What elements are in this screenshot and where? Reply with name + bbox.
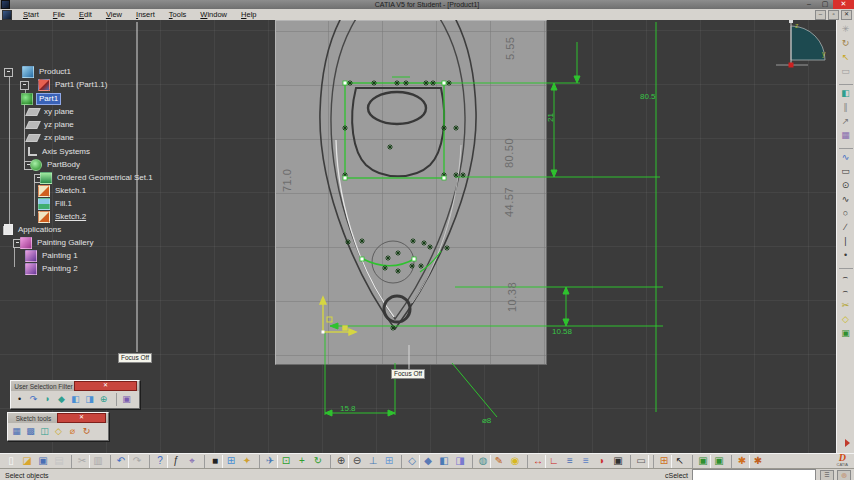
expand-toggle[interactable] [4,68,13,77]
sketch-tools-star-icon[interactable]: ✳ [839,23,853,37]
dimension-label[interactable]: 44.57 [503,187,515,217]
constraint-tool-icon[interactable]: ◇ [839,313,853,327]
apply-material-icon[interactable]: ◍ [472,455,491,468]
point-tool-icon[interactable]: • [839,249,853,263]
mdi-minimize-button[interactable]: – [815,10,826,20]
dimension-label[interactable]: 10.58 [552,327,572,336]
fly-mode-icon[interactable]: ✈ [259,455,278,468]
zoom-in-icon[interactable]: ⊕ [330,455,349,468]
grid-icon[interactable]: ⊞ [653,455,672,468]
undo-icon[interactable]: ↶ [110,455,129,468]
attach-clip-icon[interactable]: ∥ [839,101,853,115]
tool-orange-2-icon[interactable]: ✱ [750,455,766,468]
trim-tool-icon[interactable]: ✂ [839,299,853,313]
tree-item-partbody[interactable]: PartBody [30,159,82,170]
knowledge-palette-icon[interactable]: ■ [204,455,223,468]
print-icon[interactable]: ▤ [51,455,67,468]
open-folder-icon[interactable]: ◪ [19,455,35,468]
paint-icon[interactable]: ✎ [491,455,507,468]
multi-view-icon[interactable]: ⊞ [381,455,397,468]
volume-filter-icon[interactable]: ◆ [55,393,68,406]
view-compass[interactable] [776,20,825,68]
more-toolbars-icon[interactable] [845,439,850,447]
curve-filter-icon[interactable]: ↷ [27,393,40,406]
expand-toggle[interactable] [20,81,29,90]
tree-item-applications[interactable]: Applications [4,224,63,235]
annotation-list-2-icon[interactable]: ≡ [578,455,594,468]
construction-element-icon[interactable]: ◫ [38,425,51,438]
image-frame-icon[interactable]: ▦ [839,129,853,143]
auto-constraint-icon[interactable]: ↻ [80,425,93,438]
isolate-cube-icon[interactable]: ◧ [839,84,853,101]
ruler-icon[interactable]: ▭ [630,455,649,468]
dimension-label[interactable]: 80.50 [503,138,515,168]
menu-help[interactable]: Help [234,9,263,20]
dimensional-constraints-icon[interactable]: ⌀ [66,425,79,438]
menu-view[interactable]: View [99,9,129,20]
menu-edit[interactable]: Edit [72,9,99,20]
fit-all-in-icon[interactable]: ⊡ [278,455,294,468]
recenter-arrow-icon[interactable]: ↖ [672,455,688,468]
tree-item-geometrical-set[interactable]: Ordered Geometrical Set.1 [40,172,155,183]
geometrical-feature-filter-icon[interactable]: ◨ [83,393,96,406]
mdi-restore-button[interactable]: ▫ [828,10,839,20]
dimension-label[interactable]: ⌀8 [482,416,491,425]
tree-item-part1[interactable]: Part1 [21,93,61,104]
menu-tools[interactable]: Tools [162,9,194,20]
close-icon[interactable]: ✕ [57,413,106,423]
viewport[interactable]: z y Product1 Part1 (Part1.1) Part1 xy pl… [0,20,854,453]
disabled-tool-icon[interactable]: ▭ [839,65,853,79]
profile-spline-icon[interactable]: ∿ [839,148,853,165]
select-pointer-icon[interactable]: ↖ [839,51,853,65]
tree-item-axis-systems[interactable]: Axis Systems [28,146,92,157]
tree-item-fill1[interactable]: Fill.1 [38,198,74,209]
surface-filter-icon[interactable]: ◗ [41,393,54,406]
structure-tree-icon[interactable]: ⊞ [223,455,239,468]
feature-filter-icon[interactable]: ◧ [69,393,82,406]
axis-tool-icon[interactable]: | [839,235,853,249]
catalog-icon[interactable]: ◗ [594,455,610,468]
mdi-close-button[interactable]: ✕ [841,10,852,20]
toolbar-title-bar[interactable]: User Selection Filter ✕ [11,381,139,391]
menu-insert[interactable]: Insert [129,9,162,20]
diagonal-arrow-icon[interactable]: ↗ [839,115,853,129]
tree-item-painting-gallery[interactable]: Painting Gallery [20,237,95,248]
tree-item-part1-instance[interactable]: Part1 (Part1.1) [38,79,109,90]
geometrical-constraints-icon[interactable]: ◇ [52,425,65,438]
line-tool-icon[interactable]: ∕ [839,221,853,235]
menu-start[interactable]: Start [16,9,46,20]
toolbar-title-bar[interactable]: Sketch tools ✕ [8,413,108,423]
dimension-label[interactable]: 5.55 [504,37,516,60]
vb-script-icon[interactable]: ▣ [692,455,711,468]
dimension-label[interactable]: 80.5 [640,92,656,101]
tree-item-sketch2[interactable]: Sketch.2 [38,211,88,222]
menu-file[interactable]: File [46,9,72,20]
tool-orange-icon[interactable]: ✱ [731,455,750,468]
restore-button[interactable]: ▢ [817,0,833,9]
hide-show-icon[interactable]: ◧ [436,455,452,468]
menu-window[interactable]: Window [193,9,234,20]
dimension-label[interactable]: 71.0 [281,169,293,192]
formula-fx-icon[interactable]: ƒ [168,455,184,468]
close-icon[interactable]: ✕ [74,381,137,391]
spline-tool-icon[interactable]: ∿ [839,193,853,207]
dimension-label[interactable]: 15.8 [340,404,356,413]
redo-icon[interactable]: ↷ [129,455,145,468]
tree-item-zx-plane[interactable]: zx plane [27,132,76,143]
light-icon[interactable]: ◉ [507,455,523,468]
capture-icon[interactable]: ▣ [610,455,626,468]
selection-modes-icon[interactable]: ▣ [116,393,133,406]
tree-item-xy-plane[interactable]: xy plane [27,106,76,117]
manipulation-hand-icon[interactable]: ✦ [239,455,255,468]
update-workbench-icon[interactable]: ↻ [839,37,853,51]
dimension-label[interactable]: 21 [546,113,555,122]
constraint-box-icon[interactable]: ▣ [839,327,853,341]
new-document-icon[interactable]: ▯ [3,455,19,468]
command-input[interactable] [692,469,816,480]
dimension-label[interactable]: 10.38 [506,282,518,312]
tree-item-product1[interactable]: Product1 [22,66,73,77]
measure-item-icon[interactable]: ∟ [546,455,562,468]
swap-visible-space-icon[interactable]: ◨ [452,455,468,468]
arc-tool-icon[interactable]: ⌢ [839,268,853,285]
ellipse-tool-icon[interactable]: ○ [839,207,853,221]
